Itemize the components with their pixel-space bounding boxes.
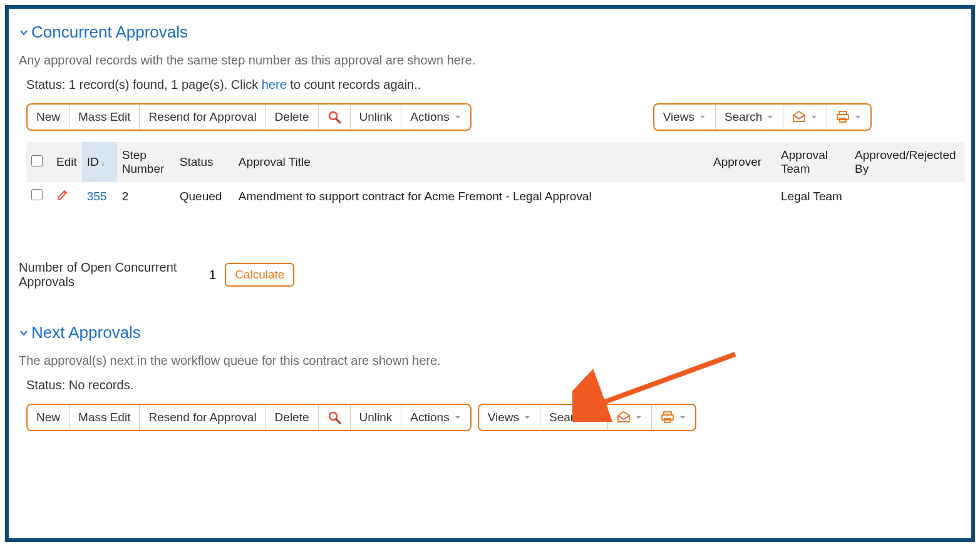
cell-approver bbox=[708, 182, 776, 210]
svg-line-1 bbox=[336, 119, 340, 123]
search-icon-button[interactable] bbox=[319, 405, 351, 430]
sort-down-icon: ↓ bbox=[101, 158, 105, 168]
table-row: 355 2 Queued Amendment to support contra… bbox=[26, 182, 965, 210]
printer-icon bbox=[661, 411, 674, 424]
new-button[interactable]: New bbox=[28, 105, 70, 130]
col-status[interactable]: Status bbox=[175, 142, 234, 182]
print-dropdown[interactable] bbox=[827, 105, 870, 130]
section-concurrent-toggle[interactable]: Concurrent Approvals bbox=[19, 23, 967, 42]
concurrent-primary-toolbar: New Mass Edit Resend for Approval Delete… bbox=[26, 103, 472, 131]
section-next-toggle[interactable]: Next Approvals bbox=[19, 323, 967, 342]
mass-edit-button[interactable]: Mass Edit bbox=[70, 105, 140, 130]
email-icon bbox=[792, 111, 806, 123]
col-step[interactable]: Step Number bbox=[117, 142, 175, 182]
caret-down-icon bbox=[766, 113, 774, 121]
caret-down-icon bbox=[454, 414, 462, 421]
section-next-title: Next Approvals bbox=[31, 323, 141, 342]
email-dropdown[interactable] bbox=[783, 105, 827, 130]
cell-title: Amendment to support contract for Acme F… bbox=[234, 182, 708, 210]
cell-by bbox=[850, 182, 965, 210]
caret-down-icon bbox=[524, 414, 531, 421]
concurrent-description: Any approval records with the same step … bbox=[19, 53, 967, 68]
cell-team: Legal Team bbox=[776, 182, 850, 210]
magnifier-icon bbox=[328, 110, 341, 124]
chevron-down-icon bbox=[19, 328, 29, 338]
id-link[interactable]: 355 bbox=[87, 190, 107, 203]
col-edit[interactable]: Edit bbox=[51, 142, 82, 182]
search-icon-button[interactable] bbox=[319, 105, 351, 130]
views-dropdown[interactable]: Views bbox=[479, 405, 540, 430]
approvals-table: Edit ID↓ Step Number Status Approval Tit… bbox=[26, 142, 965, 210]
resend-approval-button[interactable]: Resend for Approval bbox=[140, 105, 266, 130]
col-approver[interactable]: Approver bbox=[708, 142, 776, 182]
mass-edit-button[interactable]: Mass Edit bbox=[70, 405, 140, 430]
caret-down-icon bbox=[810, 113, 818, 121]
caret-down-icon bbox=[854, 113, 862, 121]
status-suffix: to count records again.. bbox=[287, 78, 421, 91]
next-description: The approval(s) next in the workflow que… bbox=[19, 354, 967, 368]
next-status: Status: No records. bbox=[26, 378, 967, 392]
status-prefix: Status: 1 record(s) found, 1 page(s). Cl… bbox=[26, 78, 262, 91]
unlink-button[interactable]: Unlink bbox=[351, 105, 402, 130]
concurrent-secondary-toolbar: Views Search bbox=[653, 103, 872, 131]
caret-down-icon bbox=[635, 414, 642, 421]
views-dropdown[interactable]: Views bbox=[654, 105, 716, 130]
col-by[interactable]: Approved/Rejected By bbox=[850, 142, 965, 182]
section-concurrent-title: Concurrent Approvals bbox=[31, 23, 188, 42]
col-id[interactable]: ID↓ bbox=[82, 142, 117, 182]
col-title[interactable]: Approval Title bbox=[234, 142, 708, 182]
select-all-checkbox[interactable] bbox=[31, 155, 43, 166]
search-dropdown[interactable]: Search bbox=[540, 405, 608, 430]
actions-dropdown[interactable]: Actions bbox=[401, 105, 470, 130]
col-team[interactable]: Approval Team bbox=[776, 142, 850, 182]
next-primary-toolbar: New Mass Edit Resend for Approval Delete… bbox=[26, 404, 472, 431]
svg-rect-9 bbox=[664, 419, 671, 422]
cell-status: Queued bbox=[175, 182, 234, 210]
chevron-down-icon bbox=[19, 28, 29, 38]
caret-down-icon bbox=[699, 113, 706, 121]
count-again-link[interactable]: here bbox=[262, 78, 287, 91]
svg-rect-4 bbox=[840, 118, 846, 122]
email-icon bbox=[617, 411, 631, 424]
open-concurrent-value: 1 bbox=[209, 268, 216, 282]
calculate-button[interactable]: Calculate bbox=[225, 263, 294, 287]
caret-down-icon bbox=[679, 414, 686, 421]
resend-approval-button[interactable]: Resend for Approval bbox=[140, 405, 266, 430]
row-checkbox[interactable] bbox=[31, 189, 43, 200]
caret-down-icon bbox=[591, 414, 599, 421]
cell-step: 2 bbox=[117, 182, 175, 210]
magnifier-icon bbox=[328, 411, 341, 424]
print-dropdown[interactable] bbox=[652, 405, 695, 430]
email-dropdown[interactable] bbox=[608, 405, 652, 430]
edit-icon[interactable] bbox=[56, 190, 69, 203]
delete-button[interactable]: Delete bbox=[266, 405, 319, 430]
printer-icon bbox=[836, 111, 850, 123]
open-concurrent-label: Number of Open Concurrent Approvals bbox=[19, 260, 200, 289]
new-button[interactable]: New bbox=[28, 405, 70, 430]
caret-down-icon bbox=[454, 113, 462, 121]
next-secondary-toolbar: Views Search bbox=[478, 404, 697, 431]
search-dropdown[interactable]: Search bbox=[716, 105, 783, 130]
delete-button[interactable]: Delete bbox=[266, 105, 319, 130]
unlink-button[interactable]: Unlink bbox=[351, 405, 402, 430]
svg-line-6 bbox=[336, 419, 340, 423]
concurrent-status: Status: 1 record(s) found, 1 page(s). Cl… bbox=[26, 78, 967, 92]
actions-dropdown[interactable]: Actions bbox=[401, 405, 470, 430]
